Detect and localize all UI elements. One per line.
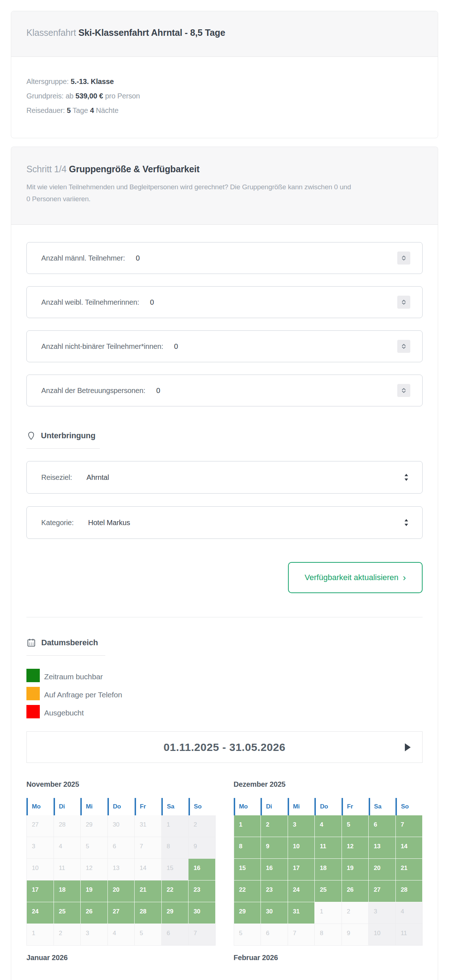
calendar-day[interactable]: 22 [234,880,261,902]
calendar-day[interactable]: 29 [234,902,261,924]
counter-row: Anzahl der Betreuungspersonen:0 [26,375,423,406]
calendar-day: 4 [396,902,423,924]
detail-segment: Altersgruppe: [26,78,71,85]
calendar-day: 31 [135,815,162,837]
calendar-day: 2 [189,815,216,837]
date-range-heading-label: Datumsbereich [41,638,98,648]
legend-label: Auf Anfrage per Telefon [44,690,122,700]
calendar-day[interactable]: 24 [27,902,54,924]
calendar-day[interactable]: 13 [369,837,396,859]
number-spinner[interactable] [397,251,410,264]
counter-row: Anzahl nicht-binärer Teilnehmer*innen:0 [26,330,423,362]
calendar-day[interactable]: 26 [81,902,108,924]
calendar-day[interactable]: 27 [108,902,135,924]
calendar-day[interactable]: 25 [54,902,81,924]
location-pin-icon [26,431,36,441]
number-spinner[interactable] [397,296,410,309]
calendar-day[interactable]: 18 [315,859,342,880]
counter-label: Anzahl weibl. Teilnehmerinnen: [41,298,139,307]
calendar-day[interactable]: 16 [189,859,216,880]
calendar-day[interactable]: 30 [189,902,216,924]
calendar-day[interactable]: 31 [288,902,315,924]
calendar-day[interactable]: 14 [396,837,423,859]
calendar-day[interactable]: 27 [369,880,396,902]
weekday-header: Fr [341,798,369,815]
calendar-day: 13 [108,859,135,880]
calendar-day: 4 [54,837,81,859]
legend-item: Zeitraum buchbar [26,669,423,682]
calendar-day[interactable]: 10 [288,837,315,859]
weekday-header: So [395,798,423,815]
counter-value: 0 [136,254,140,262]
number-spinner[interactable] [397,340,410,353]
calendar-icon [26,638,36,648]
calendar-day: 4 [108,924,135,946]
calendar-day[interactable]: 21 [135,880,162,902]
step-description: Mit wie vielen Teilnehmenden und Begleit… [26,181,355,205]
detail-segment: 539,00 € [75,92,103,100]
calendar-month: Dezember 2025MoDiMiDoFrSaSo1234567891011… [234,780,423,962]
step-title-line: Schritt 1/4 Gruppengröße & Verfügbarkeit [26,163,423,175]
calendar-day[interactable]: 2 [261,815,288,837]
calendar-day[interactable]: 1 [234,815,261,837]
calendar-day: 5 [135,924,162,946]
calendar-day: 10 [369,924,396,946]
calendar-day: 1 [27,924,54,946]
calendar-day: 10 [27,859,54,880]
calendar-day[interactable]: 28 [135,902,162,924]
calendar-day: 1 [162,815,189,837]
availability-legend: Zeitraum buchbarAuf Anfrage per TelefonA… [26,669,423,718]
calendar-day[interactable]: 16 [261,859,288,880]
calendar-day[interactable]: 28 [396,880,423,902]
calendar-day[interactable]: 3 [288,815,315,837]
select-kategorie[interactable]: Kategorie:Hotel Markus [26,506,423,539]
select-reiseziel[interactable]: Reiseziel:Ahrntal [26,461,423,494]
calendar-day: 7 [288,924,315,946]
calendar-day[interactable]: 29 [162,902,189,924]
calendar-day[interactable]: 17 [27,880,54,902]
calendar-day[interactable]: 23 [261,880,288,902]
calendar-day[interactable]: 30 [261,902,288,924]
calendar-day[interactable]: 6 [369,815,396,837]
expand-arrow-icon [405,743,411,751]
detail-segment: Nächte [94,107,119,115]
product-type-label: Klassenfahrt [26,27,76,38]
chevron-up-down-icon [400,255,408,262]
calendar-day[interactable]: 7 [396,815,423,837]
calendar-day[interactable]: 22 [162,880,189,902]
calendar-day[interactable]: 11 [315,837,342,859]
calendar-day[interactable]: 21 [396,859,423,880]
section-divider [26,617,423,617]
calendar-day[interactable]: 15 [234,859,261,880]
calendar-day: 29 [81,815,108,837]
calendar-day[interactable]: 20 [108,880,135,902]
weekday-header: Sa [161,798,189,815]
calendar-day[interactable]: 5 [342,815,369,837]
calendar-day[interactable]: 18 [54,880,81,902]
calendar-day[interactable]: 9 [261,837,288,859]
calendar-day[interactable]: 24 [288,880,315,902]
calendar-day[interactable]: 20 [369,859,396,880]
calendar-day[interactable]: 8 [234,837,261,859]
date-range-heading: Datumsbereich [26,638,423,648]
chevron-up-down-icon [400,343,408,350]
calendar-day[interactable]: 19 [342,859,369,880]
calendar-day[interactable]: 25 [315,880,342,902]
calendar-day[interactable]: 4 [315,815,342,837]
counter-label: Anzahl nicht-binärer Teilnehmer*innen: [41,342,163,351]
chevron-up-down-icon [400,387,408,394]
calendar-day[interactable]: 17 [288,859,315,880]
calendar-day[interactable]: 23 [189,880,216,902]
date-range-selector[interactable]: 01.11.2025 - 31.05.2026 [26,731,423,763]
select-value: Ahrntal [86,473,109,482]
next-month-label: Januar 2026 [26,954,216,962]
update-availability-button[interactable]: Verfügbarkeit aktualisieren › [288,562,423,593]
weekday-header: Di [54,798,81,815]
number-spinner[interactable] [397,384,410,397]
calendar-day[interactable]: 26 [342,880,369,902]
calendar-day[interactable]: 19 [81,880,108,902]
weekday-header: Mo [234,798,261,815]
weekday-header: Do [314,798,341,815]
accommodation-heading-label: Unterbringung [41,431,95,441]
calendar-day[interactable]: 12 [342,837,369,859]
